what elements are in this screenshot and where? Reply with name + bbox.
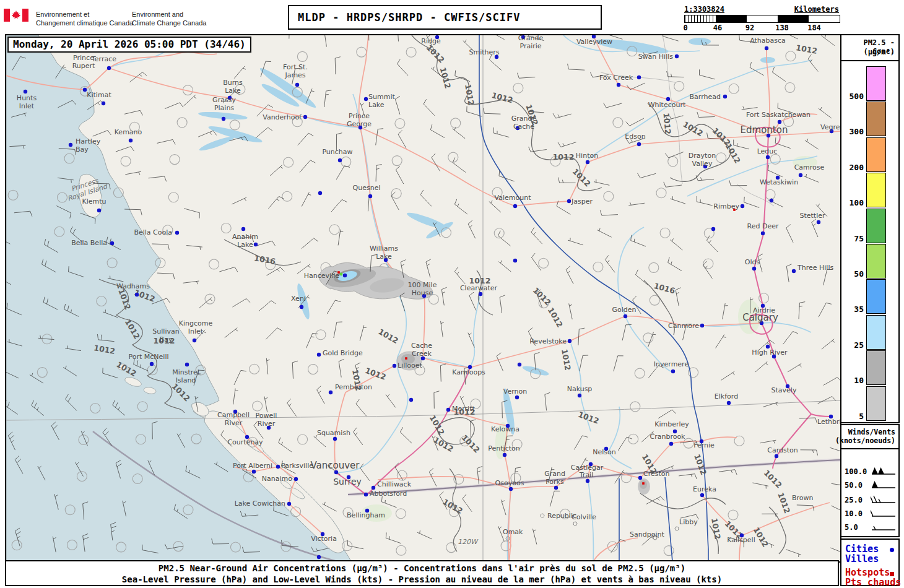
graticule-circle xyxy=(391,189,401,199)
wind-barb-icon xyxy=(871,522,897,532)
graticule-circle xyxy=(448,152,458,162)
graticule-circle xyxy=(316,330,326,340)
wind-barb xyxy=(324,35,329,47)
city-label: Whitecourt xyxy=(648,101,686,109)
pm25-swatch-100 xyxy=(866,173,886,207)
isobar-label: 1012 xyxy=(776,491,792,515)
wind-barb xyxy=(398,35,403,41)
city-dot xyxy=(624,314,627,318)
wind-barb-icon xyxy=(871,495,897,504)
wind-barb xyxy=(822,339,835,349)
city-label: Omak xyxy=(503,528,523,536)
city-dot xyxy=(669,442,673,446)
graticule-circle xyxy=(282,191,292,201)
pm25-value-label: 35 xyxy=(841,305,864,314)
wind-barb xyxy=(184,209,199,218)
city-label: Rimbey xyxy=(713,202,739,210)
city-dot xyxy=(671,370,675,373)
wind-barb xyxy=(165,103,183,109)
wind-barb xyxy=(824,378,840,386)
city-label: Minstrel xyxy=(172,368,199,376)
wind-barb xyxy=(434,391,440,409)
city-dot xyxy=(97,209,101,212)
wind-barb xyxy=(426,259,431,278)
wind-barb xyxy=(398,59,409,76)
graticule-circle xyxy=(392,156,402,166)
city-label: Bella Bella xyxy=(71,239,107,247)
city-dot xyxy=(509,487,513,491)
ecc-canada-logo: Environnement et Changement climatique C… xyxy=(4,9,276,30)
winds-legend-title: Winds/Vents (knots/noeuds) xyxy=(835,428,895,445)
city-label: Smithers xyxy=(469,48,499,56)
city-dot xyxy=(770,199,773,202)
city-label: Victoria xyxy=(311,535,337,543)
isobar-label: 1012 xyxy=(553,152,575,162)
wind-barb xyxy=(233,299,251,308)
wind-barb xyxy=(396,166,404,184)
wind-barb xyxy=(721,371,735,380)
city-label: Lake Cowichan xyxy=(235,499,285,508)
wind-barb-icon xyxy=(871,480,897,490)
city-label: Valemount xyxy=(495,194,532,202)
city-dot xyxy=(83,88,87,92)
pm25-swatch-25 xyxy=(866,315,886,350)
wind-barb xyxy=(742,106,758,110)
hotspot-marker xyxy=(733,209,736,211)
city-label: Terrace xyxy=(91,55,116,63)
city-label: Grande xyxy=(511,115,537,123)
graticule-circle xyxy=(308,365,318,374)
wind-barb xyxy=(324,90,332,107)
wind-barb xyxy=(734,140,749,149)
wind-barb xyxy=(824,270,833,285)
city-dot xyxy=(409,398,413,402)
pm25-value-label: 50 xyxy=(841,269,864,279)
city-dot xyxy=(150,362,154,366)
graticule-circle xyxy=(674,81,684,91)
city-label: River xyxy=(258,420,276,428)
city-dot xyxy=(637,76,641,79)
city-label: Valley xyxy=(692,160,713,168)
town-circle-marker xyxy=(541,514,544,517)
isobar-label: 1012 xyxy=(724,142,742,165)
wind-barb xyxy=(360,326,367,341)
wind-barb xyxy=(306,333,318,348)
hotspot-green-marker xyxy=(340,273,343,276)
wind-barb xyxy=(706,236,718,253)
wind-barb xyxy=(327,300,341,314)
hotspot-marker xyxy=(642,482,645,485)
city-label: Xeni xyxy=(291,295,306,303)
city-label: Quesnel xyxy=(353,184,381,192)
graticule-circle xyxy=(785,83,795,93)
wind-barb xyxy=(354,428,363,445)
pm25-legend: PM2.5 - Conc. (µg/m³) 500300200100755035… xyxy=(840,34,900,423)
city-dot xyxy=(515,396,519,399)
graticule-circle xyxy=(613,118,623,128)
wind-barb xyxy=(501,499,506,515)
city-label: Lake xyxy=(376,253,392,261)
wind-barb xyxy=(679,474,697,479)
wind-barb xyxy=(760,440,776,443)
wind-barb xyxy=(302,192,311,207)
scalebar-tick: 46 xyxy=(713,24,722,32)
pm25-value-label: 300 xyxy=(841,127,864,136)
city-dot xyxy=(107,66,111,70)
city-dot xyxy=(317,353,321,357)
wind-barb xyxy=(580,355,588,371)
graticule-circle xyxy=(177,118,187,128)
wind-barb xyxy=(279,438,292,452)
scalebar-segment xyxy=(809,15,840,22)
city-label: Prince xyxy=(349,112,370,120)
pm25-swatch-300 xyxy=(866,102,886,136)
wind-barb xyxy=(453,128,466,139)
wind-barb xyxy=(124,110,142,115)
wind-barb xyxy=(783,331,798,344)
wind-barb xyxy=(830,447,840,458)
isobar-label: 1012 xyxy=(795,43,818,56)
city-label: Lake xyxy=(237,241,253,249)
city-label: James xyxy=(284,71,305,79)
winds-legend-divider xyxy=(841,448,898,449)
wind-barb xyxy=(183,281,199,284)
pm25-legend-divider xyxy=(841,60,898,61)
graticule-circle xyxy=(253,401,263,411)
wind-barb xyxy=(663,35,679,41)
